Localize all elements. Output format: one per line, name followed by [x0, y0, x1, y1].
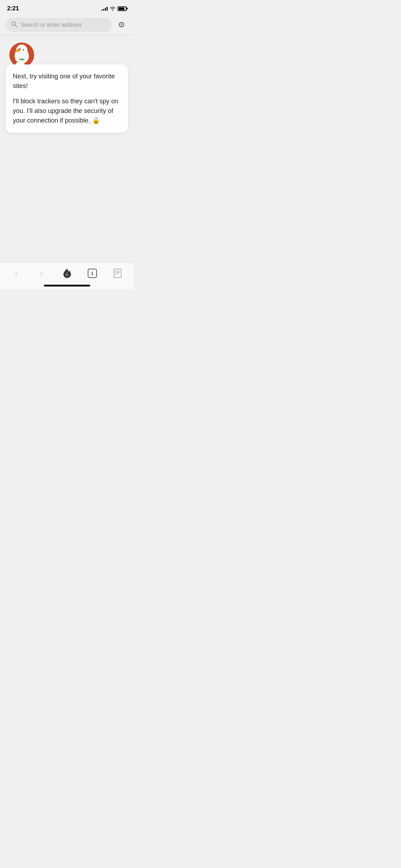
search-icon [11, 21, 17, 29]
search-placeholder: Search or enter address [21, 22, 82, 28]
nav-items: ‹ › 1 [0, 263, 134, 283]
battery-icon [118, 6, 127, 11]
status-time: 2:21 [7, 5, 19, 12]
bookmarks-icon [114, 269, 122, 278]
wifi-icon [110, 6, 115, 11]
status-icons [101, 6, 127, 11]
forward-button[interactable]: › [33, 267, 51, 280]
svg-rect-16 [114, 269, 121, 278]
settings-button[interactable]: ⚙ [115, 19, 128, 31]
bubble-line2: I'll block trackers so they can't spy on… [13, 97, 121, 125]
fire-button[interactable] [58, 267, 76, 280]
svg-point-9 [23, 49, 24, 51]
bottom-nav: ‹ › 1 [0, 262, 134, 289]
fire-icon [63, 269, 71, 278]
search-bar-container: Search or enter address ⚙ [0, 15, 134, 35]
tabs-button[interactable]: 1 [83, 267, 101, 280]
bubble-text: Next, try visiting one of your favorite … [13, 72, 121, 125]
svg-point-10 [23, 50, 24, 50]
signal-icon [101, 6, 108, 11]
status-bar: 2:21 [0, 0, 134, 15]
tabs-count: 1 [91, 271, 93, 276]
main-content: Next, try visiting one of your favorite … [0, 35, 134, 133]
svg-line-1 [15, 25, 17, 27]
tabs-badge: 1 [88, 269, 97, 278]
back-button[interactable]: ‹ [7, 267, 25, 280]
home-indicator [44, 285, 90, 286]
svg-point-7 [20, 48, 20, 49]
back-icon: ‹ [15, 268, 18, 279]
forward-icon: › [40, 268, 43, 279]
gear-icon: ⚙ [118, 20, 125, 30]
bookmarks-button[interactable] [109, 267, 127, 280]
search-bar[interactable]: Search or enter address [6, 18, 112, 32]
bubble-line1: Next, try visiting one of your favorite … [13, 72, 121, 91]
speech-bubble: Next, try visiting one of your favorite … [6, 64, 128, 133]
